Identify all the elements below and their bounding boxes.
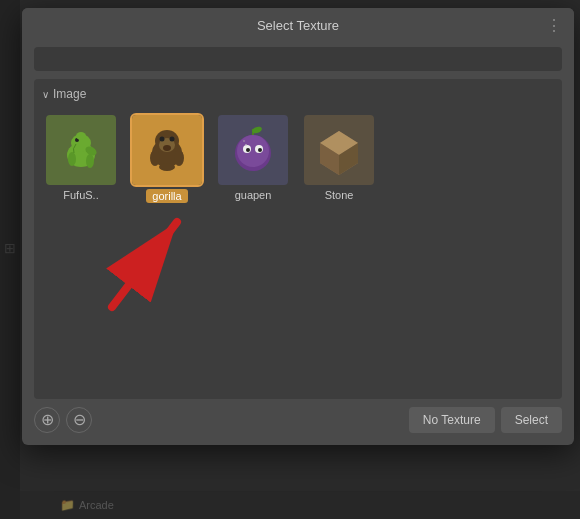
svg-point-15: [159, 163, 175, 171]
dialog-title: Select Texture: [257, 18, 339, 33]
texture-thumb-gorilla: [132, 115, 202, 185]
footer-icons: ⊕ ⊖: [34, 407, 92, 433]
svg-point-20: [246, 148, 250, 152]
dialog-title-bar: Select Texture ⋮: [22, 8, 574, 43]
select-texture-dialog: Select Texture ⋮ ∨ Image: [22, 8, 574, 445]
search-input[interactable]: [42, 52, 554, 66]
svg-point-14: [174, 150, 184, 166]
texture-label-gorilla: gorilla: [146, 189, 187, 203]
menu-dots-icon[interactable]: ⋮: [546, 18, 562, 34]
texture-thumb-stone: [304, 115, 374, 185]
svg-point-23: [243, 140, 245, 142]
section-label: Image: [53, 87, 86, 101]
select-button[interactable]: Select: [501, 407, 562, 433]
texture-item-fufus[interactable]: FufuS..: [42, 111, 120, 207]
svg-point-13: [150, 150, 160, 166]
add-icon: ⊕: [41, 412, 54, 428]
svg-point-10: [160, 137, 165, 142]
texture-item-gorilla[interactable]: gorilla: [128, 111, 206, 207]
texture-label-guapen: guapen: [235, 189, 272, 201]
texture-item-guapen[interactable]: guapen: [214, 111, 292, 207]
chevron-icon: ∨: [42, 89, 49, 100]
dialog-footer: ⊕ ⊖ No Texture Select: [22, 399, 574, 445]
svg-point-17: [237, 135, 269, 167]
remove-icon: ⊖: [73, 412, 86, 428]
red-arrow-annotation: [92, 207, 272, 317]
texture-thumb-fufus: [46, 115, 116, 185]
svg-point-11: [170, 137, 175, 142]
texture-label-fufus: FufuS..: [63, 189, 98, 201]
svg-point-6: [76, 132, 86, 140]
annotation-area: [42, 207, 554, 317]
texture-label-stone: Stone: [325, 189, 354, 201]
add-texture-button[interactable]: ⊕: [34, 407, 60, 433]
svg-point-22: [245, 144, 247, 146]
texture-browser-body: ∨ Image: [34, 79, 562, 399]
page-layout: ⊞ Select Texture ⋮ ∨ Image: [0, 0, 580, 519]
image-section-header[interactable]: ∨ Image: [42, 87, 554, 101]
texture-grid: FufuS..: [42, 111, 554, 207]
footer-action-buttons: No Texture Select: [409, 407, 562, 433]
svg-point-4: [68, 152, 76, 166]
svg-point-12: [163, 145, 171, 151]
svg-point-5: [86, 154, 94, 168]
texture-item-stone[interactable]: Stone: [300, 111, 378, 207]
remove-texture-button[interactable]: ⊖: [66, 407, 92, 433]
search-bar: [34, 47, 562, 71]
texture-thumb-guapen: [218, 115, 288, 185]
svg-line-31: [112, 222, 177, 307]
no-texture-button[interactable]: No Texture: [409, 407, 495, 433]
svg-point-21: [258, 148, 262, 152]
